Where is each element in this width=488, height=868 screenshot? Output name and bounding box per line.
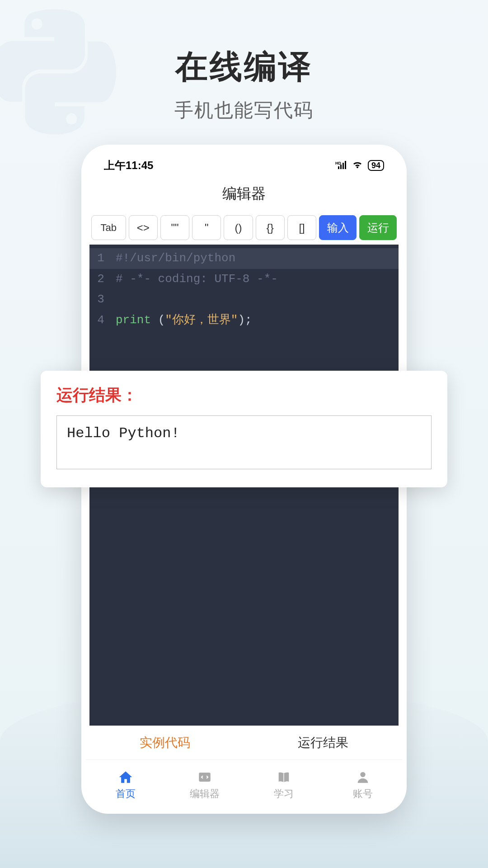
battery-icon: 94 <box>368 160 384 171</box>
line-number: 3 <box>89 290 112 309</box>
code-text: #!/usr/bin/python <box>112 249 399 268</box>
nav-home[interactable]: 首页 <box>86 760 165 809</box>
angle-bracket-button[interactable]: <> <box>129 215 158 240</box>
code-text: print ("你好，世界"); <box>112 311 399 330</box>
result-panel: 运行结果： Hello Python! <box>41 371 447 487</box>
nav-label: 学习 <box>274 787 294 801</box>
app-header-title: 编辑器 <box>86 177 402 215</box>
code-text <box>112 290 399 309</box>
nav-study[interactable]: 学习 <box>244 760 323 809</box>
tab-example-code[interactable]: 实例代码 <box>86 726 244 760</box>
bracket-button[interactable]: [] <box>287 215 316 240</box>
hero-title: 在线编译 <box>0 45 488 89</box>
nav-editor[interactable]: 编辑器 <box>165 760 244 809</box>
run-button[interactable]: 运行 <box>359 215 397 240</box>
code-text: # -*- coding: UTF-8 -*- <box>112 270 399 289</box>
single-quote-button[interactable]: " <box>192 215 221 240</box>
paren-button[interactable]: () <box>224 215 253 240</box>
wifi-icon <box>352 159 363 172</box>
code-icon <box>197 769 213 785</box>
line-number: 1 <box>89 249 112 268</box>
input-button[interactable]: 输入 <box>319 215 357 240</box>
editor-toolbar: Tab <> "" " () {} [] 输入 运行 <box>86 215 402 240</box>
svg-rect-1 <box>199 773 211 782</box>
hero-section: 在线编译 手机也能写代码 <box>0 0 488 141</box>
hero-subtitle: 手机也能写代码 <box>0 98 488 123</box>
user-icon <box>355 769 371 785</box>
line-number: 4 <box>89 311 112 330</box>
tab-key-button[interactable]: Tab <box>91 215 126 240</box>
nav-account[interactable]: 账号 <box>323 760 402 809</box>
status-bar: 上午11:45 HD 94 <box>86 149 402 177</box>
result-output: Hello Python! <box>56 415 432 469</box>
brace-button[interactable]: {} <box>256 215 285 240</box>
status-time: 上午11:45 <box>104 158 153 173</box>
bottom-nav: 首页 编辑器 学习 账号 <box>86 760 402 809</box>
double-quote-button[interactable]: "" <box>160 215 189 240</box>
tab-run-result[interactable]: 运行结果 <box>244 726 402 760</box>
book-icon <box>276 769 292 785</box>
line-number: 2 <box>89 270 112 289</box>
nav-label: 账号 <box>353 787 373 801</box>
tabs-bar: 实例代码 运行结果 <box>86 726 402 760</box>
nav-label: 编辑器 <box>190 787 220 801</box>
signal-icon: HD <box>335 159 347 172</box>
nav-label: 首页 <box>116 787 136 801</box>
result-title: 运行结果： <box>56 384 432 406</box>
svg-point-2 <box>360 772 365 777</box>
home-icon <box>117 769 134 785</box>
